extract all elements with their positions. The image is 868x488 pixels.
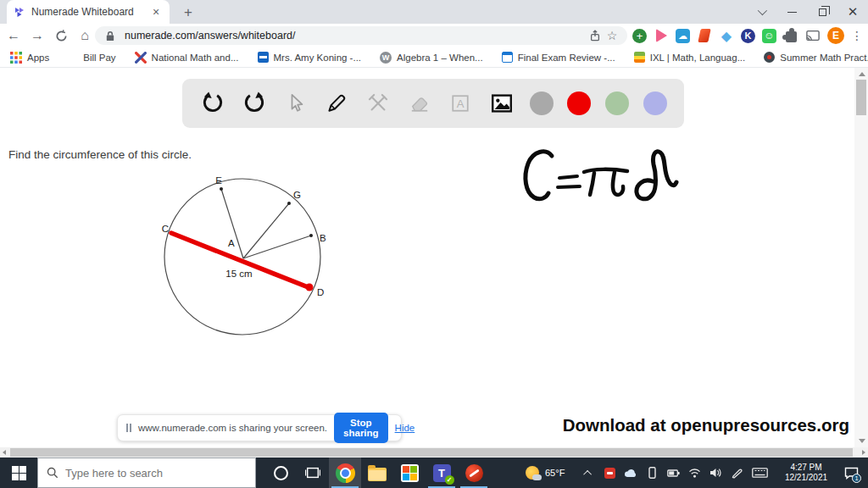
diameter-measurement: 15 cm (225, 269, 252, 279)
chrome-taskbar-button[interactable] (329, 458, 361, 488)
red-extension-icon[interactable] (697, 28, 712, 43)
stop-sharing-button[interactable]: Stop sharing (334, 413, 388, 443)
red-stroke-end-blob (306, 284, 314, 291)
wifi-icon[interactable] (687, 466, 701, 480)
bitmoji-extension-icon[interactable]: ☺ (762, 29, 776, 43)
center-label-A: A (228, 238, 235, 248)
cloud-app-extension-icon[interactable]: ☁ (676, 29, 690, 43)
address-bar[interactable]: numerade.com/answers/whiteboard/ ☆ (95, 26, 627, 45)
apps-shortcut[interactable]: Apps (10, 52, 49, 64)
clock-time: 4:27 PM (790, 463, 821, 473)
teams-button[interactable]: T✓ (426, 458, 458, 488)
action-center-button[interactable]: 1 (834, 458, 868, 488)
bookmark-summer-math[interactable]: Summer Math Pract... (764, 52, 868, 63)
cast-icon[interactable] (805, 28, 821, 43)
image-tool-icon[interactable] (488, 90, 515, 117)
color-red-swatch[interactable] (567, 92, 591, 115)
cortana-icon (274, 466, 288, 480)
bookmark-label: Final Exam Review -... (518, 53, 615, 63)
back-icon[interactable]: ← (3, 25, 24, 46)
scroll-down-icon[interactable] (859, 439, 865, 443)
task-view-button[interactable] (297, 458, 329, 488)
pink-extension-icon[interactable] (654, 28, 669, 43)
svg-text:A: A (457, 97, 465, 110)
text-tool-icon[interactable]: A (447, 90, 474, 117)
red-tray-icon[interactable] (603, 466, 616, 480)
point-label-D: D (317, 287, 324, 297)
pencil-tool-icon[interactable] (323, 90, 350, 117)
weather-widget[interactable]: 65°F (526, 458, 565, 488)
snip-app-button[interactable] (458, 458, 490, 488)
chrome-icon (336, 463, 355, 483)
speaker-icon[interactable] (709, 466, 722, 480)
vertical-scroll-thumb[interactable] (856, 80, 866, 115)
bookmark-national-math[interactable]: National Math and... (135, 52, 239, 64)
bookmark-amy-koning[interactable]: Mrs. Amy Koning -... (258, 52, 362, 63)
desktop: Numerade Whiteboard × + ✕ ← → ⌂ numerade… (0, 0, 868, 488)
wordpress-icon: W (380, 52, 392, 64)
browser-titlebar: Numerade Whiteboard × + ✕ (0, 0, 868, 24)
bookmark-label: Apps (27, 53, 49, 63)
onedrive-cloud-icon[interactable] (624, 466, 637, 480)
forward-icon[interactable]: → (27, 25, 47, 46)
bookmark-algebra1[interactable]: W Algebra 1 – When... (380, 52, 483, 64)
browser-tab[interactable]: Numerade Whiteboard × (7, 0, 170, 24)
home-icon[interactable]: ⌂ (75, 25, 95, 46)
scroll-left-icon[interactable] (3, 450, 6, 455)
search-input[interactable] (65, 467, 226, 480)
url-text[interactable]: numerade.com/answers/whiteboard/ (125, 30, 587, 42)
undo-icon[interactable] (199, 90, 226, 117)
touch-keyboard-icon[interactable] (751, 466, 768, 480)
restore-button[interactable] (807, 0, 837, 24)
adder-extension-icon[interactable]: + (632, 29, 647, 43)
bookmark-bill-pay[interactable]: Bill Pay (83, 53, 115, 63)
radius-AB (243, 236, 311, 258)
bookmark-ixl[interactable]: IXL | Math, Languag... (634, 52, 746, 63)
new-tab-button[interactable]: + (178, 3, 198, 22)
vertical-scrollbar[interactable] (854, 68, 868, 447)
browser-navbar: ← → ⌂ numerade.com/answers/whiteboard/ ☆… (0, 24, 868, 47)
horizontal-scrollbar[interactable] (0, 447, 868, 458)
snip-icon (465, 464, 483, 482)
start-button[interactable] (0, 458, 37, 488)
k-extension-icon[interactable]: K (741, 29, 755, 43)
search-icon (47, 467, 58, 479)
bookmarks-bar: Apps Bill Pay National Math and... Mrs. … (0, 47, 868, 68)
cursor-tool-icon[interactable] (281, 90, 309, 117)
file-explorer-button[interactable] (361, 458, 393, 488)
cortana-button[interactable] (264, 458, 297, 488)
color-green-swatch[interactable] (605, 92, 629, 115)
store-icon (401, 464, 419, 482)
pen-icon[interactable] (730, 466, 743, 480)
tray-chevron-up-icon[interactable] (581, 466, 595, 480)
scroll-up-icon[interactable] (859, 72, 865, 76)
microsoft-store-button[interactable] (393, 458, 426, 488)
phone-icon[interactable] (645, 466, 659, 480)
shapes-tool-icon[interactable] (364, 90, 392, 117)
share-icon[interactable] (587, 30, 604, 42)
redo-icon[interactable] (241, 90, 268, 117)
horizontal-scroll-thumb[interactable] (10, 448, 853, 457)
profile-avatar[interactable]: E (827, 27, 844, 44)
hide-link[interactable]: Hide (395, 423, 415, 433)
watermark-text: Download at openupresources.org (563, 415, 849, 435)
minimize-button[interactable] (776, 0, 807, 24)
refresh-icon[interactable] (51, 25, 71, 46)
eraser-tool-icon[interactable] (406, 90, 433, 117)
battery-icon[interactable] (666, 466, 680, 480)
screen-share-bar: www.numerade.com is sharing your screen.… (117, 414, 402, 441)
close-button[interactable]: ✕ (837, 0, 868, 24)
scroll-right-icon[interactable] (862, 450, 865, 455)
bookmark-final-exam[interactable]: Final Exam Review -... (502, 52, 615, 63)
taskbar-search[interactable] (37, 458, 256, 488)
color-purple-swatch[interactable] (643, 92, 667, 115)
bookmark-star-icon[interactable]: ☆ (604, 29, 620, 42)
color-gray-swatch[interactable] (530, 92, 554, 115)
menu-kebab-icon[interactable]: ⋮ (851, 29, 863, 42)
taskbar-clock[interactable]: 4:27 PM 12/21/2021 (780, 458, 832, 488)
tab-close-icon[interactable]: × (149, 5, 163, 19)
diamond-extension-icon[interactable]: ◆ (719, 28, 734, 43)
window-menu-chevron-icon[interactable] (746, 0, 776, 24)
extensions-puzzle-icon[interactable] (783, 28, 798, 43)
windows-taskbar: T✓ 65°F (0, 458, 868, 488)
